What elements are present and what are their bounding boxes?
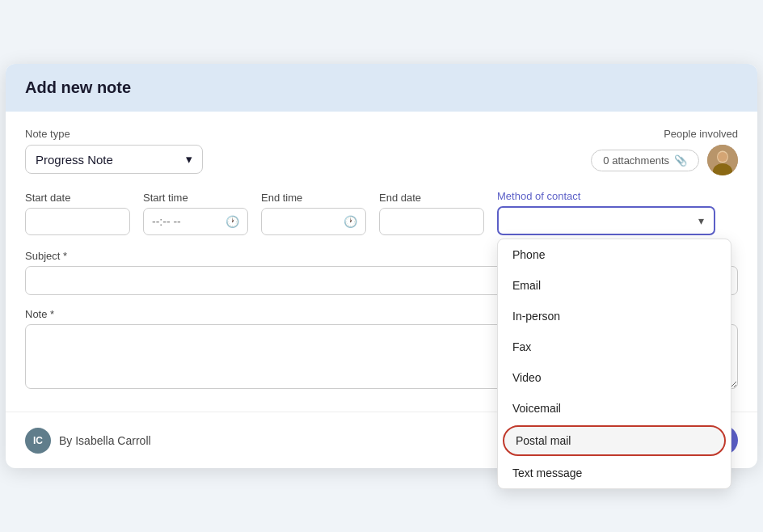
clock-icon: 🕐	[226, 215, 239, 228]
date-time-row: Start date Start time 🕐 End time 🕐	[25, 190, 738, 235]
start-date-input[interactable]	[25, 208, 130, 235]
modal-title: Add new note	[25, 78, 738, 97]
end-date-input[interactable]	[379, 208, 484, 235]
start-time-label: Start time	[143, 192, 248, 204]
note-type-label: Note type	[25, 128, 203, 140]
start-time-input[interactable]: 🕐	[143, 208, 248, 235]
paperclip-icon: 📎	[674, 154, 687, 167]
avatar	[707, 145, 738, 175]
dropdown-item-video[interactable]: Video	[498, 362, 731, 393]
author-avatar: IC	[25, 428, 51, 454]
start-date-label: Start date	[25, 192, 130, 204]
start-date-group: Start date	[25, 192, 130, 235]
method-label: Method of contact	[497, 190, 715, 202]
start-time-field[interactable]	[152, 215, 225, 228]
footer-author-label: By Isabella Carroll	[59, 434, 151, 447]
dropdown-item-fax[interactable]: Fax	[498, 331, 731, 362]
dropdown-item-postal-mail[interactable]: Postal mail	[503, 425, 726, 456]
note-type-value: Progress Note	[36, 153, 113, 167]
note-type-row: Note type Progress Note ▾ People involve…	[25, 128, 738, 175]
note-type-left: Note type Progress Note ▾	[25, 128, 203, 174]
svg-point-3	[718, 152, 727, 162]
dropdown-item-email[interactable]: Email	[498, 270, 731, 301]
note-type-select[interactable]: Progress Note ▾	[25, 145, 203, 174]
end-time-label: End time	[261, 192, 366, 204]
end-time-input[interactable]: 🕐	[261, 208, 366, 235]
attachments-button[interactable]: 0 attachments 📎	[591, 150, 699, 171]
chevron-down-icon: ▾	[186, 152, 192, 167]
dropdown-item-text-message[interactable]: Text message	[498, 458, 731, 488]
clock-icon-2: 🕐	[344, 215, 357, 228]
dropdown-item-voicemail[interactable]: Voicemail	[498, 393, 731, 424]
method-dropdown: Phone Email In-person Fax Video Voicemai…	[497, 239, 731, 489]
attachments-avatar-row: 0 attachments 📎	[591, 145, 738, 175]
start-date-field[interactable]	[34, 215, 121, 228]
method-select[interactable]: ▾	[497, 206, 715, 235]
add-note-modal: Add new note Note type Progress Note ▾ P…	[6, 64, 757, 468]
end-time-group: End time 🕐	[261, 192, 366, 235]
author-initials: IC	[33, 435, 43, 446]
modal-body: Note type Progress Note ▾ People involve…	[6, 112, 757, 412]
dropdown-item-phone[interactable]: Phone	[498, 239, 731, 270]
method-of-contact-group: Method of contact ▾ Phone Email In-perso…	[497, 190, 715, 235]
end-time-field[interactable]	[270, 215, 343, 228]
people-involved-label: People involved	[664, 128, 738, 140]
end-date-group: End date	[379, 192, 484, 235]
modal-header: Add new note	[6, 64, 757, 112]
footer-left: IC By Isabella Carroll	[25, 428, 151, 454]
end-date-label: End date	[379, 192, 484, 204]
note-type-right: People involved 0 attachments 📎	[591, 128, 738, 175]
start-time-group: Start time 🕐	[143, 192, 248, 235]
dropdown-item-inperson[interactable]: In-person	[498, 301, 731, 331]
attachments-label: 0 attachments	[603, 154, 669, 167]
chevron-down-icon-2: ▾	[698, 214, 704, 227]
end-date-field[interactable]	[388, 215, 475, 228]
